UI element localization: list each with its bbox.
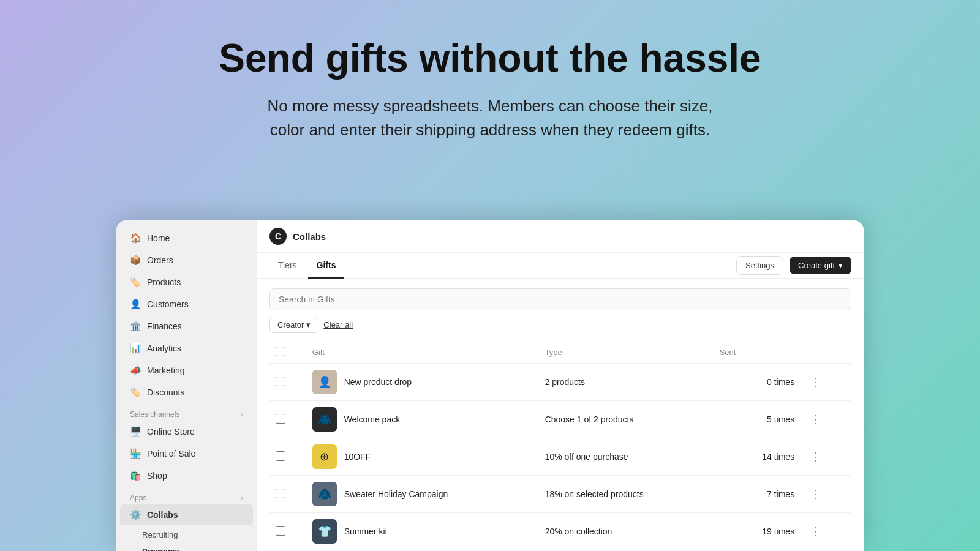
sidebar-label-recruiting: Recruiting [142, 530, 178, 539]
app-logo: C [270, 228, 287, 245]
create-gift-button[interactable]: Create gift ▾ [790, 257, 851, 274]
hero-subtitle: No more messy spreadsheets. Members can … [0, 94, 980, 142]
main-content: C Collabs Tiers Gifts Settings Create gi… [257, 220, 864, 551]
select-all-checkbox[interactable] [276, 347, 285, 356]
app-name: Collabs [293, 231, 326, 242]
gift-name-4: Summer kit [344, 527, 388, 536]
sidebar-item-customers[interactable]: 👤 Customers [120, 294, 253, 315]
sidebar-item-online-store[interactable]: 🖥️ Online Store [120, 421, 253, 442]
gift-type-0: 2 products [539, 364, 714, 401]
settings-button[interactable]: Settings [736, 256, 783, 275]
gift-name-3: Sweater Holiday Campaign [344, 489, 448, 499]
hero-title: Send gifts without the hassle [0, 37, 980, 80]
table-row: 🧥 Welcome pack Choose 1 of 2 products 5 … [270, 401, 851, 438]
search-input[interactable] [270, 288, 851, 310]
apps-chevron: › [241, 493, 243, 502]
gift-sent-4: 19 times [720, 527, 795, 536]
row-checkbox-2[interactable] [276, 451, 285, 461]
sidebar-label-customers: Customers [147, 299, 189, 309]
sidebar-label-online-store: Online Store [147, 427, 195, 437]
sidebar-sub-item-programs[interactable]: Programs [120, 543, 253, 551]
sidebar-item-orders[interactable]: 📦 Orders [120, 250, 253, 271]
filter-chevron-icon: ▾ [306, 320, 311, 329]
row-checkbox-1[interactable] [276, 414, 285, 424]
sidebar-label-orders: Orders [147, 255, 173, 265]
table-row: ⊕ 10OFF 10% off one purchase 14 times ⋮ [270, 438, 851, 476]
sidebar-label-home: Home [147, 233, 170, 243]
top-bar: C Collabs [257, 220, 864, 253]
sidebar-label-discounts: Discounts [147, 388, 184, 397]
sidebar-item-marketing[interactable]: 📣 Marketing [120, 360, 253, 381]
analytics-icon: 📊 [130, 343, 141, 354]
table-row: 👤 New product drop 2 products 0 times ⋮ [270, 364, 851, 401]
sidebar-item-shop[interactable]: 🛍️ Shop [120, 465, 253, 486]
sidebar-label-products: Products [147, 277, 181, 287]
shop-icon: 🛍️ [130, 470, 141, 481]
sidebar-label-programs: Programs [142, 547, 179, 551]
sidebar-label-collabs: Collabs [147, 510, 178, 520]
sales-channels-section: Sales channels › [116, 404, 257, 421]
sidebar-label-point-of-sale: Point of Sale [147, 449, 195, 459]
sidebar-item-home[interactable]: 🏠 Home [120, 228, 253, 249]
gift-sent-3: 7 times [720, 489, 795, 499]
online-store-icon: 🖥️ [130, 426, 141, 437]
customers-icon: 👤 [130, 299, 141, 310]
gift-thumbnail-4: 👕 [312, 519, 337, 544]
sidebar-item-products[interactable]: 🏷️ Products [120, 272, 253, 293]
sidebar-sub-item-recruiting[interactable]: Recruiting [120, 527, 253, 543]
tabs-left: Tiers Gifts [270, 253, 344, 278]
gift-type-1: Choose 1 of 2 products [539, 401, 714, 438]
finances-icon: 🏛️ [130, 321, 141, 332]
marketing-icon: 📣 [130, 365, 141, 376]
sidebar-label-analytics: Analytics [147, 343, 181, 353]
creator-filter-button[interactable]: Creator ▾ [270, 317, 318, 333]
collabs-icon: ⚙️ [130, 509, 141, 520]
tab-gifts[interactable]: Gifts [308, 253, 345, 279]
gift-thumbnail-1: 🧥 [312, 407, 337, 432]
gift-name-2: 10OFF [344, 452, 371, 462]
gift-name-0: New product drop [344, 377, 412, 387]
table-row: 🧥 Sweater Holiday Campaign 18% on select… [270, 476, 851, 513]
sales-channels-chevron: › [241, 410, 243, 419]
gift-actions-button-0[interactable]: ⋮ [807, 374, 825, 390]
gift-type-2: 10% off one purchase [539, 438, 714, 476]
sidebar: 🏠 Home 📦 Orders 🏷️ Products 👤 Customers … [116, 220, 257, 551]
sidebar-label-marketing: Marketing [147, 365, 184, 375]
sidebar-label-finances: Finances [147, 321, 182, 331]
tab-tiers[interactable]: Tiers [270, 253, 306, 279]
tabs-right: Settings Create gift ▾ [736, 256, 851, 275]
discounts-icon: 🏷️ [130, 387, 141, 398]
sidebar-label-shop: Shop [147, 471, 167, 481]
row-checkbox-0[interactable] [276, 377, 285, 386]
gift-type-4: 20% on collection [539, 513, 714, 550]
app-window: 🏠 Home 📦 Orders 🏷️ Products 👤 Customers … [116, 220, 864, 551]
gift-actions-button-3[interactable]: ⋮ [807, 486, 825, 502]
sidebar-item-finances[interactable]: 🏛️ Finances [120, 316, 253, 337]
gift-type-3: 18% on selected products [539, 476, 714, 513]
home-icon: 🏠 [130, 233, 141, 244]
create-chevron-icon: ▾ [839, 261, 843, 270]
gift-thumbnail-3: 🧥 [312, 482, 337, 506]
hero-section: Send gifts without the hassle No more me… [0, 0, 980, 160]
gift-sent-0: 0 times [720, 377, 795, 387]
gift-actions-button-4[interactable]: ⋮ [807, 523, 825, 539]
filter-row: Creator ▾ Clear all [270, 317, 851, 333]
gift-sent-1: 5 times [720, 414, 795, 424]
gift-actions-button-2[interactable]: ⋮ [807, 449, 825, 465]
gift-name-1: Welcome pack [344, 414, 401, 424]
sidebar-item-analytics[interactable]: 📊 Analytics [120, 338, 253, 359]
gift-thumbnail-0: 👤 [312, 370, 337, 394]
row-checkbox-4[interactable] [276, 526, 285, 536]
sidebar-item-collabs[interactable]: ⚙️ Collabs [120, 504, 253, 525]
point-of-sale-icon: 🏪 [130, 448, 141, 459]
table-row: 👕 Summer kit 20% on collection 19 times … [270, 513, 851, 550]
gift-thumbnail-2: ⊕ [312, 444, 337, 469]
row-checkbox-3[interactable] [276, 489, 285, 498]
gift-actions-button-1[interactable]: ⋮ [807, 411, 825, 427]
sidebar-item-point-of-sale[interactable]: 🏪 Point of Sale [120, 443, 253, 464]
sidebar-item-discounts[interactable]: 🏷️ Discounts [120, 382, 253, 403]
apps-section: Apps › [116, 487, 257, 504]
clear-all-button[interactable]: Clear all [323, 320, 353, 329]
products-icon: 🏷️ [130, 277, 141, 288]
gifts-table: Gift Type Sent [270, 342, 851, 550]
